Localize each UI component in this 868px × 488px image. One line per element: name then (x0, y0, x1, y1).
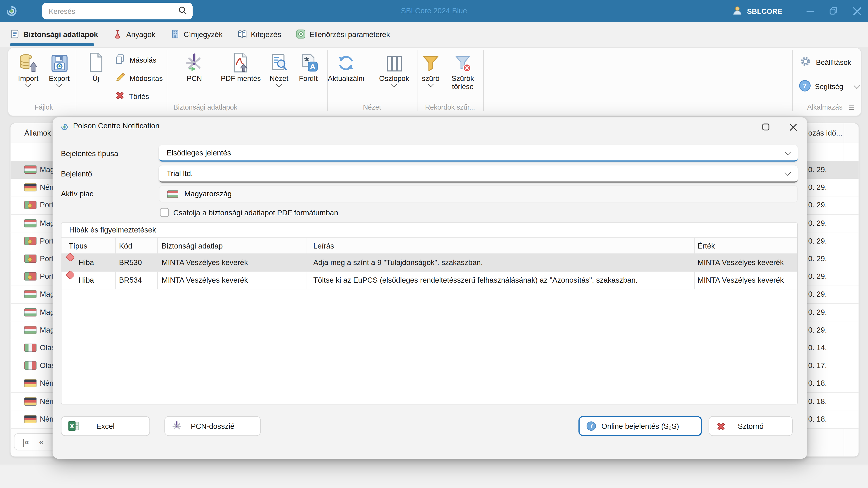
clear-filter-icon (454, 51, 472, 73)
prev-page-icon[interactable]: « (39, 437, 43, 447)
col-ertek[interactable]: Érték (698, 238, 715, 254)
cancel-button[interactable]: Sztornó (709, 416, 793, 436)
delete-button[interactable]: Törlés (115, 89, 149, 103)
date-cell: 0. 17. (808, 357, 827, 375)
column-header-states[interactable]: Államok (24, 123, 51, 143)
search-icon[interactable] (178, 5, 187, 17)
pcn-button[interactable]: PCN (179, 51, 210, 83)
date-cell: 0. 29. (808, 286, 827, 303)
gear-icon (799, 55, 812, 69)
modify-button[interactable]: Módosítás (115, 71, 163, 85)
col-sds[interactable]: Biztonsági adatlap (162, 238, 223, 254)
minimize-button[interactable] (799, 0, 822, 22)
flag-hungary-icon (167, 190, 178, 198)
dialog-title: Poison Centre Notification (73, 122, 159, 130)
help-button[interactable]: ? Segítség (799, 79, 860, 94)
dialog-maximize-button[interactable] (761, 122, 771, 132)
close-button[interactable] (846, 0, 868, 22)
refresh-button[interactable]: Aktualizálni (324, 51, 368, 83)
new-document-icon (87, 51, 104, 73)
user-account[interactable]: SBLCORE (732, 0, 782, 22)
error-row[interactable]: Hiba BR530 MINTA Veszélyes keverék Adja … (61, 254, 797, 271)
errors-group-title: Hibák és figyelmeztetések (69, 226, 156, 234)
search-input[interactable] (48, 6, 178, 16)
pcn-dossier-button[interactable]: PCN-dosszié (164, 416, 260, 436)
flag-de-icon (24, 183, 37, 192)
pcn-dialog: Poison Centre Notification Bejelentés tí… (53, 117, 807, 459)
building-icon (170, 29, 180, 40)
col-tipus[interactable]: Típus (69, 238, 88, 254)
pdf-save-button[interactable]: PDF mentés (219, 51, 263, 83)
export-button[interactable]: Export (43, 51, 74, 86)
document-preview-icon (270, 51, 288, 73)
copy-button[interactable]: Másolás (115, 53, 156, 67)
pcn-asterisk-icon (172, 421, 182, 431)
user-icon (732, 5, 743, 18)
date-cell: 0. 29. (808, 215, 827, 232)
group-label-records: Rekordok szűr... (417, 103, 483, 111)
group-label-sds: Biztonsági adatlapok (84, 103, 327, 111)
dialog-launcher-icon[interactable]: ☰ (848, 103, 855, 111)
status-footer (0, 465, 868, 488)
notifier-select[interactable]: Trial ltd. (159, 165, 798, 183)
flag-pt-icon (24, 272, 37, 281)
active-market-field: Magyarország (159, 185, 798, 202)
flag-hu-icon (24, 219, 37, 227)
notifier-label: Bejelentő (61, 170, 92, 178)
flag-hu-icon (24, 308, 37, 316)
restore-button[interactable] (823, 0, 845, 22)
date-cell: 0. 29. (808, 268, 827, 286)
group-label-view: Nézet (327, 103, 417, 111)
flag-de-icon (24, 379, 37, 388)
title-bar: SBLCore 2024 Blue SBLCORE (0, 0, 868, 22)
tab-cimjegyzek[interactable]: Címjegyzék (170, 22, 223, 47)
view-button[interactable]: Nézet (264, 51, 294, 86)
sds-document-icon (10, 29, 20, 40)
flag-it-icon (24, 361, 37, 370)
date-cell: 0. 29. (808, 321, 827, 339)
chevron-down-icon (854, 83, 860, 89)
book-icon (238, 29, 247, 40)
svg-text:X: X (70, 423, 74, 430)
svg-text:?: ? (803, 82, 807, 90)
flag-pt-icon (24, 201, 37, 209)
tab-anyagok[interactable]: Anyagok (113, 22, 155, 47)
flag-hu-icon (24, 165, 37, 174)
flag-hu-icon (24, 290, 37, 298)
flag-hu-icon (24, 326, 37, 334)
main-tab-bar: Biztonsági adatlapok Anyagok Címjegyzék (0, 22, 868, 47)
active-tab-indicator (10, 43, 94, 46)
online-submit-button[interactable]: i Online bejelentés (S₂S) (579, 416, 702, 436)
clear-filters-button[interactable]: Szűrők törlése (445, 51, 481, 91)
date-cell: 0. 14. (808, 339, 827, 357)
columns-button[interactable]: Oszlopok (375, 51, 413, 86)
error-diamond-icon (66, 253, 75, 262)
group-label-application: Alkalmazás (794, 103, 855, 111)
import-button[interactable]: Import (13, 51, 43, 86)
user-label: SBLCORE (747, 7, 782, 15)
translate-button[interactable]: A Fordít (294, 51, 322, 83)
group-label-files: Fájlok (16, 103, 71, 111)
global-search (42, 3, 193, 19)
help-icon: ? (799, 79, 811, 93)
tab-kifejezes[interactable]: Kifejezés (238, 22, 281, 47)
tab-ellenorzesi-parameterek[interactable]: Ellenőrzési paraméterek (296, 22, 390, 47)
error-row[interactable]: Hiba BR534 MINTA Veszélyes keverék Tölts… (61, 271, 797, 289)
date-cell: 0. 29. (808, 303, 827, 321)
date-cell: 0. 18. (808, 375, 827, 392)
copy-icon (115, 53, 126, 66)
excel-button[interactable]: X Excel (61, 416, 150, 436)
new-button[interactable]: Új (84, 51, 108, 83)
col-kod[interactable]: Kód (119, 238, 132, 254)
dialog-close-button[interactable] (788, 122, 798, 132)
col-leiras[interactable]: Leírás (313, 238, 334, 254)
notification-type-select[interactable]: Elsődleges jelentés (159, 145, 798, 162)
date-cell: 0. 29. (808, 232, 827, 250)
date-cell: 0. 29. (808, 161, 827, 179)
attach-pdf-checkbox[interactable] (160, 208, 169, 217)
first-page-icon[interactable]: |« (22, 437, 29, 447)
column-header-modified[interactable]: ozás idő... (808, 123, 842, 143)
flag-pt-icon (24, 255, 37, 263)
settings-button[interactable]: Beállítások (799, 55, 851, 69)
filter-button[interactable]: szűrő (418, 51, 443, 86)
